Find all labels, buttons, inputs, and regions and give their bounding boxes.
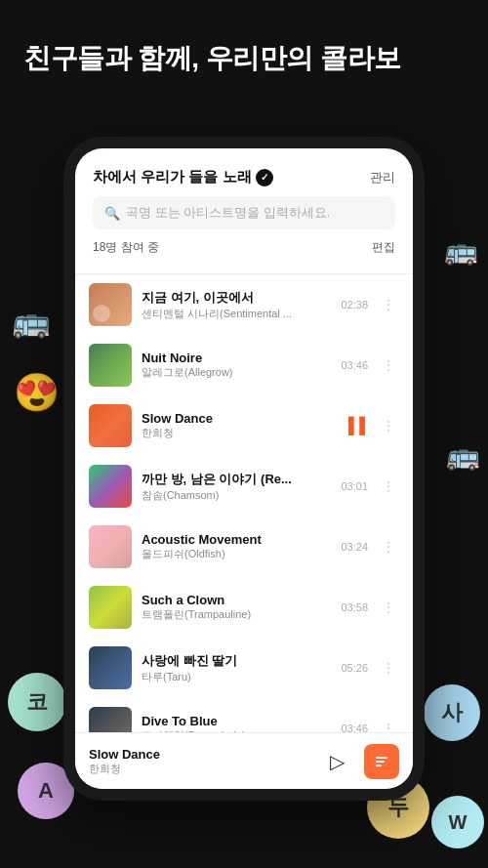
song-item[interactable]: 사랑에 빠진 딸기 타루(Taru) 05:26 ⋮ bbox=[75, 638, 413, 698]
more-options-icon-8[interactable]: ⋮ bbox=[378, 719, 399, 732]
song-duration-8: 03:46 bbox=[341, 723, 368, 732]
search-bar[interactable]: 🔍 곡명 또는 아티스트명을 입력하세요. bbox=[93, 196, 395, 229]
more-options-icon-5[interactable]: ⋮ bbox=[378, 537, 399, 557]
song-info-8: Dive To Blue 도나웨일(Donawhale) bbox=[142, 714, 331, 732]
song-duration-6: 03:58 bbox=[341, 601, 368, 613]
song-item-playing[interactable]: Slow Dance 한희청 ▌▌ ⋮ bbox=[75, 395, 413, 456]
song-artist-5: 올드피쉬(Oldfish) bbox=[142, 547, 331, 561]
truck-left-emoji: 🚌 bbox=[12, 303, 51, 340]
chevron-down-icon[interactable]: ✓ bbox=[256, 169, 273, 186]
truck-right-bottom-emoji: 🚌 bbox=[446, 439, 480, 472]
phone-header: 차에서 우리가 들을 노래 ✓ 관리 🔍 곡명 또는 아티스트명을 입력하세요.… bbox=[75, 148, 413, 274]
playlist-title-text: 차에서 우리가 들을 노래 bbox=[93, 168, 252, 186]
mini-player-info: Slow Dance 한희청 bbox=[89, 747, 309, 776]
song-info-4: 까만 방, 남은 이야기 (Re... 참솜(Chamsom) bbox=[142, 471, 331, 503]
more-options-icon-1[interactable]: ⋮ bbox=[378, 295, 399, 314]
song-artist-7: 타루(Taru) bbox=[142, 670, 331, 684]
song-artist-3: 한희청 bbox=[142, 426, 339, 440]
search-icon: 🔍 bbox=[104, 206, 120, 221]
song-title-4: 까만 방, 남은 이야기 (Re... bbox=[142, 471, 331, 488]
playing-bars-icon: ▌▌ bbox=[348, 417, 368, 434]
mini-player-artist: 한희청 bbox=[89, 762, 309, 776]
mini-player[interactable]: Slow Dance 한희청 ▷ bbox=[75, 732, 413, 789]
song-item[interactable]: Acoustic Movement 올드피쉬(Oldfish) 03:24 ⋮ bbox=[75, 517, 413, 577]
more-options-icon-4[interactable]: ⋮ bbox=[378, 476, 399, 496]
more-options-icon-3[interactable]: ⋮ bbox=[378, 416, 399, 435]
song-item[interactable]: Dive To Blue 도나웨일(Donawhale) 03:46 ⋮ bbox=[75, 698, 413, 732]
song-list: 지금 여기, 이곳에서 센티멘털 시나리(Sentimental ... 02:… bbox=[75, 274, 413, 732]
song-info-2: Nuit Noire 알레그로(Allegrow) bbox=[142, 351, 331, 380]
song-item[interactable]: 까만 방, 남은 이야기 (Re... 참솜(Chamsom) 03:01 ⋮ bbox=[75, 456, 413, 517]
album-art-2 bbox=[89, 344, 132, 387]
svg-rect-0 bbox=[376, 757, 387, 759]
song-duration-7: 05:26 bbox=[341, 662, 368, 674]
song-item[interactable]: Such a Clown 트램폴린(Trampauline) 03:58 ⋮ bbox=[75, 577, 413, 638]
circle-ko: 코 bbox=[8, 673, 66, 731]
album-art-1 bbox=[89, 283, 132, 326]
song-artist-4: 참솜(Chamsom) bbox=[142, 488, 331, 503]
more-options-icon-2[interactable]: ⋮ bbox=[378, 355, 399, 375]
song-artist-6: 트램폴린(Trampauline) bbox=[142, 607, 331, 622]
song-info-1: 지금 여기, 이곳에서 센티멘털 시나리(Sentimental ... bbox=[142, 289, 331, 321]
more-options-icon-7[interactable]: ⋮ bbox=[378, 658, 399, 678]
song-title-2: Nuit Noire bbox=[142, 351, 331, 365]
svg-rect-2 bbox=[376, 765, 382, 766]
song-duration-4: 03:01 bbox=[341, 480, 368, 492]
song-title-5: Acoustic Movement bbox=[142, 532, 331, 547]
participants-count: 18명 참여 중 bbox=[93, 239, 159, 256]
edit-button[interactable]: 편집 bbox=[372, 239, 395, 256]
album-art-7 bbox=[89, 646, 132, 689]
svg-rect-1 bbox=[376, 761, 385, 763]
phone-screen: 차에서 우리가 들을 노래 ✓ 관리 🔍 곡명 또는 아티스트명을 입력하세요.… bbox=[75, 148, 413, 789]
song-title-7: 사랑에 빠진 딸기 bbox=[142, 652, 331, 670]
mini-queue-button[interactable] bbox=[364, 744, 399, 779]
song-title-6: Such a Clown bbox=[142, 593, 331, 607]
song-artist-2: 알레그로(Allegrow) bbox=[142, 365, 331, 380]
song-info-3: Slow Dance 한희청 bbox=[142, 411, 339, 440]
participants-row: 18명 참여 중 편집 bbox=[93, 239, 395, 264]
more-options-icon-6[interactable]: ⋮ bbox=[378, 598, 399, 617]
playlist-title-row: 차에서 우리가 들을 노래 ✓ 관리 bbox=[93, 168, 395, 186]
song-title-3: Slow Dance bbox=[142, 411, 339, 426]
song-info-7: 사랑에 빠진 딸기 타루(Taru) bbox=[142, 652, 331, 684]
song-info-6: Such a Clown 트램폴린(Trampauline) bbox=[142, 593, 331, 622]
truck-right-top-emoji: 🚌 bbox=[444, 234, 478, 267]
song-artist-1: 센티멘털 시나리(Sentimental ... bbox=[142, 307, 331, 321]
song-duration-5: 03:24 bbox=[341, 541, 368, 553]
album-art-5 bbox=[89, 525, 132, 568]
song-item[interactable]: Nuit Noire 알레그로(Allegrow) 03:46 ⋮ bbox=[75, 335, 413, 395]
heart-eyes-emoji: 😍 bbox=[14, 371, 60, 414]
hero-text: 친구들과 함께, 우리만의 콜라보 bbox=[23, 41, 465, 76]
song-item[interactable]: 지금 여기, 이곳에서 센티멘털 시나리(Sentimental ... 02:… bbox=[75, 274, 413, 335]
album-art-8 bbox=[89, 707, 132, 732]
mini-player-title: Slow Dance bbox=[89, 747, 309, 762]
playlist-title: 차에서 우리가 들을 노래 ✓ bbox=[93, 168, 273, 186]
song-title-8: Dive To Blue bbox=[142, 714, 331, 728]
circle-sa: 사 bbox=[424, 684, 480, 741]
mini-play-button[interactable]: ▷ bbox=[319, 744, 354, 779]
song-info-5: Acoustic Movement 올드피쉬(Oldfish) bbox=[142, 532, 331, 561]
album-art-4 bbox=[89, 465, 132, 508]
song-duration-2: 03:46 bbox=[341, 359, 368, 371]
search-placeholder-text: 곡명 또는 아티스트명을 입력하세요. bbox=[126, 204, 330, 222]
manage-button[interactable]: 관리 bbox=[370, 169, 395, 186]
phone-mockup: 차에서 우리가 들을 노래 ✓ 관리 🔍 곡명 또는 아티스트명을 입력하세요.… bbox=[63, 137, 425, 801]
song-title-1: 지금 여기, 이곳에서 bbox=[142, 289, 331, 307]
album-art-3 bbox=[89, 404, 132, 447]
circle-w: W bbox=[431, 796, 484, 848]
song-duration-1: 02:38 bbox=[341, 299, 368, 310]
album-art-6 bbox=[89, 586, 132, 629]
